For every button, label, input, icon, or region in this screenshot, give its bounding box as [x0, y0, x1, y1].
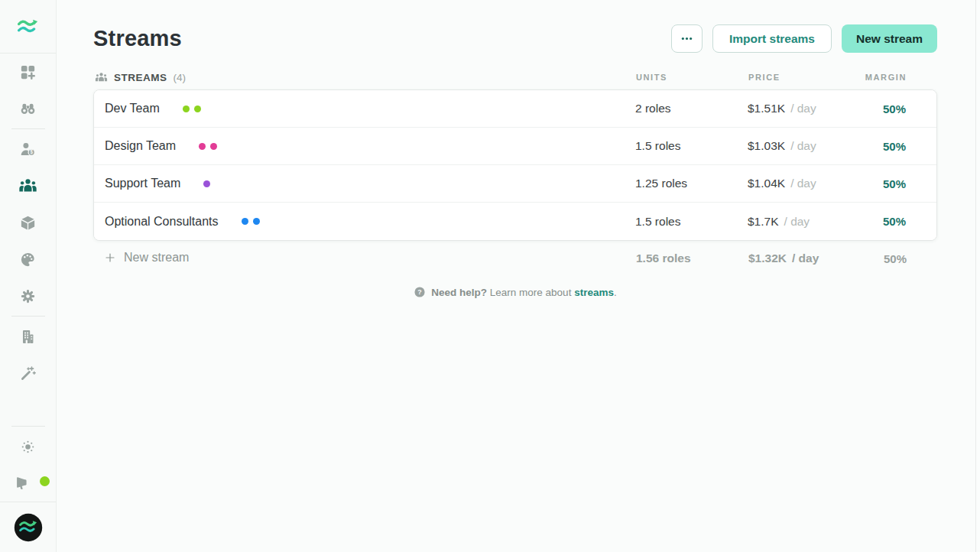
sidebar-item-theme-toggle[interactable] — [0, 428, 56, 465]
gear-icon — [19, 287, 37, 305]
price-cell: $1.51K/ day — [748, 102, 847, 115]
total-margin: 50% — [848, 252, 907, 265]
stream-name: Support Team — [105, 177, 180, 190]
page-title: Streams — [93, 26, 182, 51]
table-header: STREAMS (4) UNITS PRICE MARGIN — [93, 65, 937, 89]
table-footer: New stream 1.56 roles $1.32K/ day 50% — [93, 241, 937, 276]
price-cell: $1.04K/ day — [748, 177, 847, 190]
streams-table: Dev Team 2 roles $1.51K/ day 50% Design … — [93, 89, 937, 241]
sidebar-item-binoculars[interactable] — [0, 90, 56, 127]
sidebar-item-announcements[interactable] — [0, 465, 56, 502]
palette-icon — [19, 251, 37, 268]
header-actions: Import streams New stream — [671, 24, 937, 53]
waves-logo-icon — [18, 18, 38, 36]
stream-name: Design Team — [105, 139, 176, 153]
margin-cell: 50% — [847, 102, 906, 115]
stream-name-cell: Support Team — [105, 177, 635, 190]
sidebar-item-magic-wand[interactable] — [0, 355, 56, 391]
sidebar — [0, 0, 57, 552]
user-avatar[interactable] — [0, 502, 56, 552]
plus-icon — [104, 252, 116, 264]
section-count: (4) — [174, 72, 187, 83]
binoculars-icon — [19, 100, 37, 118]
table-row[interactable]: Design Team 1.5 roles $1.03K/ day 50% — [94, 128, 936, 165]
sidebar-divider — [11, 316, 45, 317]
sidebar-nav — [0, 54, 56, 502]
column-header-units: UNITS — [636, 73, 748, 82]
price-cell: $1.7K/ day — [748, 215, 847, 229]
units-cell: 1.25 roles — [635, 177, 748, 190]
sidebar-item-grid-plus[interactable] — [0, 54, 56, 90]
role-dots — [199, 143, 217, 150]
sidebar-item-settings[interactable] — [0, 278, 56, 314]
role-dot — [203, 180, 210, 187]
people-group-icon — [18, 177, 37, 196]
page-header: Streams Import streams New stream — [93, 24, 937, 53]
new-stream-button[interactable]: New stream — [842, 24, 937, 53]
role-dots — [242, 218, 260, 225]
table-row[interactable]: Dev Team 2 roles $1.51K/ day 50% — [94, 90, 936, 128]
magic-wand-icon — [19, 365, 37, 382]
role-dots — [183, 106, 201, 112]
building-icon — [19, 328, 37, 346]
new-stream-row-label: New stream — [124, 251, 189, 265]
total-price: $1.32K/ day — [748, 252, 848, 265]
scrollbar-track — [975, 0, 980, 552]
sidebar-item-streams[interactable] — [0, 167, 56, 204]
units-cell: 1.5 roles — [635, 215, 748, 229]
stream-name: Optional Consultants — [105, 215, 219, 229]
role-dot — [242, 218, 248, 225]
stream-name: Dev Team — [105, 102, 160, 115]
sidebar-item-organization[interactable] — [0, 318, 56, 355]
role-dot — [199, 143, 206, 150]
table-row[interactable]: Support Team 1.25 roles $1.04K/ day 50% — [94, 165, 936, 203]
sidebar-divider — [11, 426, 45, 427]
new-stream-row-button[interactable]: New stream — [104, 251, 189, 265]
cube-icon — [19, 214, 37, 232]
help-row: Need help? Learn more about streams. — [93, 286, 937, 298]
section-title: STREAMS — [114, 72, 167, 83]
stream-name-cell: Optional Consultants — [105, 215, 635, 229]
person-dollar-icon — [19, 141, 37, 158]
role-dots — [203, 180, 210, 187]
main-content: Streams Import streams New stream STREAM… — [57, 0, 975, 552]
margin-cell: 50% — [847, 215, 906, 228]
role-dot — [210, 143, 217, 150]
role-dot — [183, 106, 190, 112]
margin-cell: 50% — [847, 140, 906, 153]
people-group-icon — [95, 71, 108, 84]
stream-name-cell: Design Team — [105, 139, 635, 153]
megaphone-icon — [15, 475, 33, 492]
app-logo[interactable] — [0, 0, 56, 54]
total-units: 1.56 roles — [636, 252, 748, 265]
help-text: Need help? Learn more about streams. — [431, 287, 616, 298]
price-cell: $1.03K/ day — [748, 139, 847, 153]
sidebar-divider — [11, 128, 45, 129]
ellipsis-icon — [680, 31, 694, 46]
streams-help-link[interactable]: streams — [574, 287, 614, 298]
units-cell: 2 roles — [635, 102, 748, 115]
column-header-price: PRICE — [748, 73, 848, 82]
avatar-waves-icon — [14, 513, 43, 542]
import-streams-button[interactable]: Import streams — [712, 24, 832, 53]
more-options-button[interactable] — [671, 24, 703, 53]
role-dot — [194, 106, 201, 112]
units-cell: 1.5 roles — [635, 139, 748, 153]
sidebar-item-palette[interactable] — [0, 241, 56, 278]
column-header-margin: MARGIN — [848, 73, 907, 82]
question-icon — [414, 286, 426, 298]
sidebar-item-person-dollar[interactable] — [0, 131, 56, 167]
sidebar-item-cube[interactable] — [0, 204, 56, 241]
table-row[interactable]: Optional Consultants 1.5 roles $1.7K/ da… — [94, 203, 936, 240]
role-dot — [253, 218, 260, 225]
grid-plus-icon — [19, 63, 37, 81]
stream-name-cell: Dev Team — [105, 102, 635, 115]
sun-icon — [19, 438, 37, 456]
notification-badge — [40, 476, 50, 486]
section-header: STREAMS (4) — [93, 71, 636, 84]
margin-cell: 50% — [847, 177, 906, 190]
